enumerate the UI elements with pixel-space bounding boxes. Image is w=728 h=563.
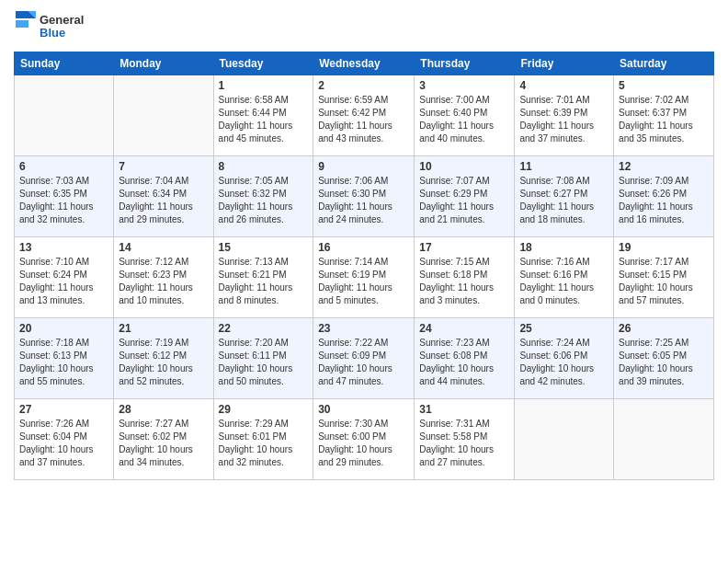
calendar-cell: [614, 399, 714, 480]
calendar-cell: 6Sunrise: 7:03 AMSunset: 6:35 PMDaylight…: [15, 156, 114, 237]
calendar-cell: 17Sunrise: 7:15 AMSunset: 6:18 PMDayligh…: [415, 237, 515, 318]
calendar-cell: 2Sunrise: 6:59 AMSunset: 6:42 PMDaylight…: [313, 75, 415, 156]
day-number: 23: [318, 322, 409, 335]
calendar-cell: 19Sunrise: 7:17 AMSunset: 6:15 PMDayligh…: [614, 237, 714, 318]
day-number: 7: [119, 160, 208, 173]
day-number: 15: [219, 241, 309, 254]
day-info: Sunrise: 7:30 AMSunset: 6:00 PMDaylight:…: [318, 418, 409, 469]
day-number: 8: [219, 160, 309, 173]
day-number: 18: [519, 241, 609, 254]
calendar-cell: 8Sunrise: 7:05 AMSunset: 6:32 PMDaylight…: [213, 156, 313, 237]
weekday-header-friday: Friday: [515, 52, 614, 75]
calendar-cell: 7Sunrise: 7:04 AMSunset: 6:34 PMDaylight…: [114, 156, 213, 237]
day-info: Sunrise: 7:27 AMSunset: 6:02 PMDaylight:…: [119, 418, 208, 469]
day-info: Sunrise: 7:23 AMSunset: 6:08 PMDaylight:…: [419, 337, 509, 388]
day-number: 29: [219, 403, 309, 416]
calendar-cell: 20Sunrise: 7:18 AMSunset: 6:13 PMDayligh…: [15, 318, 114, 399]
calendar-cell: 28Sunrise: 7:27 AMSunset: 6:02 PMDayligh…: [114, 399, 213, 480]
calendar-cell: [15, 75, 114, 156]
day-info: Sunrise: 7:19 AMSunset: 6:12 PMDaylight:…: [119, 337, 208, 388]
day-info: Sunrise: 7:12 AMSunset: 6:23 PMDaylight:…: [119, 256, 208, 307]
svg-text:General: General: [40, 13, 84, 27]
day-number: 24: [419, 322, 509, 335]
calendar-cell: 29Sunrise: 7:29 AMSunset: 6:01 PMDayligh…: [213, 399, 313, 480]
calendar-cell: 15Sunrise: 7:13 AMSunset: 6:21 PMDayligh…: [213, 237, 313, 318]
day-number: 3: [419, 79, 509, 92]
day-info: Sunrise: 6:58 AMSunset: 6:44 PMDaylight:…: [219, 94, 309, 145]
calendar-cell: 22Sunrise: 7:20 AMSunset: 6:11 PMDayligh…: [213, 318, 313, 399]
day-info: Sunrise: 7:25 AMSunset: 6:05 PMDaylight:…: [619, 337, 709, 388]
calendar-table: SundayMondayTuesdayWednesdayThursdayFrid…: [14, 52, 714, 480]
day-number: 14: [119, 241, 208, 254]
weekday-header-wednesday: Wednesday: [313, 52, 415, 75]
calendar-cell: 11Sunrise: 7:08 AMSunset: 6:27 PMDayligh…: [515, 156, 614, 237]
weekday-header-sunday: Sunday: [15, 52, 114, 75]
day-number: 22: [219, 322, 309, 335]
day-info: Sunrise: 7:06 AMSunset: 6:30 PMDaylight:…: [318, 175, 409, 226]
day-number: 6: [19, 160, 108, 173]
calendar-cell: 12Sunrise: 7:09 AMSunset: 6:26 PMDayligh…: [614, 156, 714, 237]
day-number: 17: [419, 241, 509, 254]
calendar-cell: 31Sunrise: 7:31 AMSunset: 5:58 PMDayligh…: [415, 399, 515, 480]
calendar-cell: 10Sunrise: 7:07 AMSunset: 6:29 PMDayligh…: [415, 156, 515, 237]
calendar-cell: [114, 75, 213, 156]
day-number: 12: [619, 160, 709, 173]
weekday-header-row: SundayMondayTuesdayWednesdayThursdayFrid…: [15, 52, 714, 75]
day-number: 26: [619, 322, 709, 335]
day-number: 25: [519, 322, 609, 335]
day-info: Sunrise: 7:01 AMSunset: 6:39 PMDaylight:…: [519, 94, 609, 145]
weekday-header-monday: Monday: [114, 52, 213, 75]
day-info: Sunrise: 7:00 AMSunset: 6:40 PMDaylight:…: [419, 94, 509, 145]
day-number: 2: [318, 79, 409, 92]
day-info: Sunrise: 7:07 AMSunset: 6:29 PMDaylight:…: [419, 175, 509, 226]
day-number: 4: [519, 79, 609, 92]
svg-rect-5: [16, 20, 28, 28]
calendar-cell: 9Sunrise: 7:06 AMSunset: 6:30 PMDaylight…: [313, 156, 415, 237]
week-row-4: 20Sunrise: 7:18 AMSunset: 6:13 PMDayligh…: [15, 318, 714, 399]
calendar-cell: 24Sunrise: 7:23 AMSunset: 6:08 PMDayligh…: [415, 318, 515, 399]
day-number: 27: [19, 403, 108, 416]
calendar-cell: 18Sunrise: 7:16 AMSunset: 6:16 PMDayligh…: [515, 237, 614, 318]
calendar-cell: 30Sunrise: 7:30 AMSunset: 6:00 PMDayligh…: [313, 399, 415, 480]
calendar-cell: 27Sunrise: 7:26 AMSunset: 6:04 PMDayligh…: [15, 399, 114, 480]
day-info: Sunrise: 7:31 AMSunset: 5:58 PMDaylight:…: [419, 418, 509, 469]
day-info: Sunrise: 7:20 AMSunset: 6:11 PMDaylight:…: [219, 337, 309, 388]
day-number: 31: [419, 403, 509, 416]
day-number: 28: [119, 403, 208, 416]
day-info: Sunrise: 7:22 AMSunset: 6:09 PMDaylight:…: [318, 337, 409, 388]
calendar-cell: 21Sunrise: 7:19 AMSunset: 6:12 PMDayligh…: [114, 318, 213, 399]
day-number: 1: [219, 79, 309, 92]
day-info: Sunrise: 7:24 AMSunset: 6:06 PMDaylight:…: [519, 337, 609, 388]
calendar-cell: 25Sunrise: 7:24 AMSunset: 6:06 PMDayligh…: [515, 318, 614, 399]
day-info: Sunrise: 7:13 AMSunset: 6:21 PMDaylight:…: [219, 256, 309, 307]
day-number: 11: [519, 160, 609, 173]
day-number: 13: [19, 241, 108, 254]
svg-text:Blue: Blue: [40, 26, 65, 40]
day-info: Sunrise: 7:16 AMSunset: 6:16 PMDaylight:…: [519, 256, 609, 307]
week-row-5: 27Sunrise: 7:26 AMSunset: 6:04 PMDayligh…: [15, 399, 714, 480]
day-info: Sunrise: 7:02 AMSunset: 6:37 PMDaylight:…: [619, 94, 709, 145]
day-info: Sunrise: 7:15 AMSunset: 6:18 PMDaylight:…: [419, 256, 509, 307]
day-info: Sunrise: 7:29 AMSunset: 6:01 PMDaylight:…: [219, 418, 309, 469]
day-number: 21: [119, 322, 208, 335]
day-info: Sunrise: 6:59 AMSunset: 6:42 PMDaylight:…: [318, 94, 409, 145]
day-number: 19: [619, 241, 709, 254]
calendar-cell: 4Sunrise: 7:01 AMSunset: 6:39 PMDaylight…: [515, 75, 614, 156]
day-info: Sunrise: 7:17 AMSunset: 6:15 PMDaylight:…: [619, 256, 709, 307]
logo: General Blue: [14, 9, 97, 44]
calendar-cell: 13Sunrise: 7:10 AMSunset: 6:24 PMDayligh…: [15, 237, 114, 318]
weekday-header-thursday: Thursday: [415, 52, 515, 75]
day-number: 9: [318, 160, 409, 173]
day-number: 30: [318, 403, 409, 416]
calendar-cell: 16Sunrise: 7:14 AMSunset: 6:19 PMDayligh…: [313, 237, 415, 318]
calendar-cell: 1Sunrise: 6:58 AMSunset: 6:44 PMDaylight…: [213, 75, 313, 156]
calendar-cell: 5Sunrise: 7:02 AMSunset: 6:37 PMDaylight…: [614, 75, 714, 156]
week-row-1: 1Sunrise: 6:58 AMSunset: 6:44 PMDaylight…: [15, 75, 714, 156]
day-info: Sunrise: 7:10 AMSunset: 6:24 PMDaylight:…: [19, 256, 108, 307]
weekday-header-saturday: Saturday: [614, 52, 714, 75]
day-number: 5: [619, 79, 709, 92]
week-row-3: 13Sunrise: 7:10 AMSunset: 6:24 PMDayligh…: [15, 237, 714, 318]
calendar-cell: 23Sunrise: 7:22 AMSunset: 6:09 PMDayligh…: [313, 318, 415, 399]
weekday-header-tuesday: Tuesday: [213, 52, 313, 75]
calendar-cell: [515, 399, 614, 480]
